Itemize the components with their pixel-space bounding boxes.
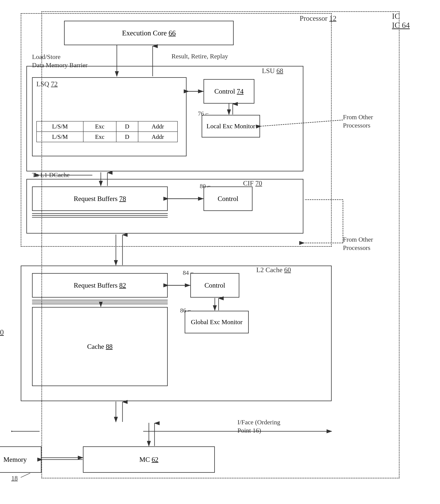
lsq-cell: D <box>116 132 138 142</box>
stack-line-78-2 <box>32 215 168 216</box>
req-buf78-label: Request Buffers 78 <box>74 195 126 203</box>
num86-label: 86 ⌐ <box>180 307 191 314</box>
mc62-label: MC 62 <box>139 456 158 464</box>
processor-label: Processor 12 <box>300 14 336 22</box>
stack-line-82-3 <box>32 304 168 304</box>
global-exc-monitor-label: Global Exc Monitor <box>191 318 243 326</box>
memory-box: Memory <box>0 446 41 473</box>
from-other-processors-2-label: From OtherProcessors <box>343 235 373 252</box>
local-exc-monitor-label: Local Exc Monitor <box>206 123 255 130</box>
cif-label: CIF 70 <box>243 179 262 187</box>
l2-cache-label: L2 Cache 60 <box>256 266 291 274</box>
num84-label: 84 ⌐ <box>183 269 194 276</box>
req-buf82-label: Request Buffers 82 <box>74 281 126 289</box>
stack-line-78-3 <box>32 217 168 218</box>
lsq-cell: L/S/M <box>37 121 83 132</box>
lsu-label: LSU 68 <box>262 67 283 75</box>
diagram-container: ICIC 64 Processor 12 Execution Core 66 L… <box>11 8 426 497</box>
control80-box: Control <box>204 186 252 211</box>
control74-label: Control 74 <box>214 87 244 95</box>
iface-label: I/Face (OrderingPoint 16) <box>237 418 280 435</box>
lsq-table: L/S/M Exc D Addr L/S/M Exc D Addr <box>36 121 178 142</box>
memory-number-label: 18 <box>11 475 18 482</box>
control84-box: Control <box>190 273 239 298</box>
stack-line-82-2 <box>32 302 168 302</box>
cache88-box: Cache 88 <box>32 307 168 386</box>
req-buf82-box: Request Buffers 82 <box>32 273 168 298</box>
stack-line-82-1 <box>32 300 168 300</box>
control74-box: Control 74 <box>204 79 254 104</box>
result-retire-replay-label: Result, Retire, Replay <box>171 53 228 60</box>
lsq-cell: Exc <box>83 121 116 132</box>
lsq-box: LSQ 72 L/S/M Exc D Addr L/S/M Exc D Addr <box>32 77 187 156</box>
lsq-cell: Addr <box>138 121 178 132</box>
mc62-box: MC 62 <box>83 446 215 473</box>
ic-label: ICIC 64 <box>392 12 410 30</box>
lsq-cell: Exc <box>83 132 116 142</box>
to-l1-dcache-label: To L1 DCache <box>32 171 70 179</box>
global-exc-monitor-box: Global Exc Monitor <box>185 311 249 333</box>
lsq-cell: L/S/M <box>37 132 83 142</box>
local-exc-monitor-box: Local Exc Monitor <box>202 115 260 137</box>
from-other-processors-1-label: From OtherProcessors <box>343 113 373 130</box>
cache88-label: Cache 88 <box>87 343 113 350</box>
lsq-label: LSQ 72 <box>36 80 58 88</box>
execution-core-label: Execution Core 66 <box>122 29 176 37</box>
svg-line-34 <box>21 473 30 477</box>
stack-line-78-1 <box>32 213 168 214</box>
memory-label: Memory <box>3 456 27 464</box>
lsq-cell: D <box>116 121 138 132</box>
lsq-cell: Addr <box>138 132 178 142</box>
control84-label: Control <box>205 281 225 289</box>
system-label: 10 <box>0 328 4 337</box>
control80-label: Control <box>218 195 238 203</box>
req-buf78-box: Request Buffers 78 <box>32 186 168 211</box>
execution-core-box: Execution Core 66 <box>64 21 234 45</box>
